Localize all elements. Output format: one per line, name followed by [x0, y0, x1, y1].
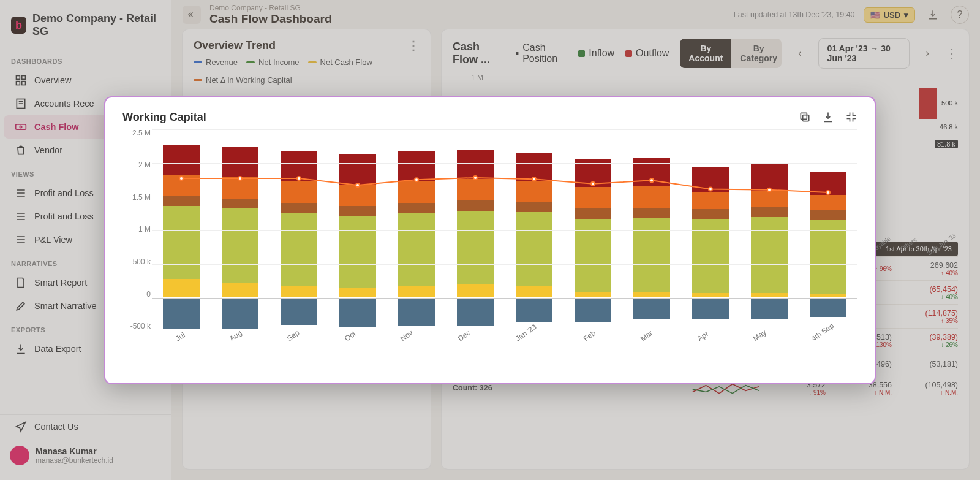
copy-icon[interactable] [799, 111, 811, 123]
svg-rect-8 [801, 113, 807, 119]
minimize-icon[interactable] [845, 111, 858, 123]
svg-rect-7 [803, 115, 809, 121]
download-icon[interactable] [822, 111, 834, 123]
working-capital-chart: 2.5 M2 M1.5 M1 M500 k0-500 k JulAugSepOc… [152, 129, 858, 349]
modal-title: Working Capital [123, 111, 206, 124]
working-capital-modal: Working Capital 2.5 M2 M1.5 M1 M500 k0-5… [104, 96, 876, 384]
modal-overlay[interactable]: Working Capital 2.5 M2 M1.5 M1 M500 k0-5… [0, 0, 980, 480]
